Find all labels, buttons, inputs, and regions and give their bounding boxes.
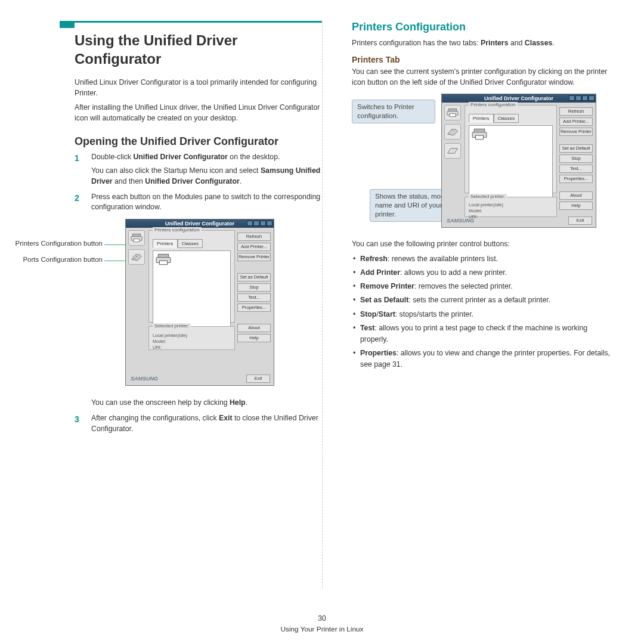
- printers-tab-desc: You can see the current system's printer…: [352, 67, 617, 88]
- text: Shows the status, model name and URI of …: [375, 193, 450, 218]
- page-caption: Using Your Printer in Linux: [0, 625, 644, 633]
- text: Printers configuration has the two tabs:: [352, 39, 481, 47]
- exit-button[interactable]: Exit: [246, 374, 270, 383]
- printers-module-button[interactable]: [444, 105, 461, 120]
- modules-sidebar: [128, 230, 146, 265]
- scanner-icon: [447, 146, 459, 156]
- text: : renews the available printers list.: [388, 255, 498, 263]
- stop-button[interactable]: Stop: [237, 283, 271, 292]
- refresh-button[interactable]: Refresh: [237, 233, 271, 241]
- bold-text: Set as Default: [360, 296, 408, 304]
- control-buttons: Refresh Add Printer... Remove Printer Se…: [237, 233, 271, 342]
- bold-text: Printers: [481, 39, 508, 47]
- help-button[interactable]: Help: [559, 202, 593, 210]
- page-footer: 30 Using Your Printer in Linux: [0, 614, 644, 633]
- svg-rect-13: [476, 136, 484, 140]
- about-button[interactable]: About: [559, 191, 593, 200]
- properties-button[interactable]: Properties...: [559, 175, 593, 183]
- window-title: Unified Driver Configurator: [484, 95, 553, 101]
- window-footer: SAMSUNG Exit: [131, 374, 270, 383]
- tab-classes[interactable]: Classes: [494, 114, 519, 123]
- bold-text: Test: [360, 324, 374, 332]
- ports-module-button[interactable]: [128, 249, 145, 265]
- properties-button[interactable]: Properties...: [237, 304, 271, 312]
- bold-text: Exit: [219, 414, 233, 422]
- add-printer-button[interactable]: Add Printer...: [559, 117, 593, 126]
- bold-text: Properties: [360, 349, 397, 357]
- section-title: Using the Unified Driver Configurator: [75, 31, 322, 68]
- stop-button[interactable]: Stop: [559, 154, 593, 163]
- callout-printers-config: Printers Configuration button: [1, 240, 103, 247]
- tabs: Printers Classes: [153, 239, 231, 248]
- window-controls[interactable]: [569, 95, 595, 101]
- list-item: Refresh: renews the available printers l…: [352, 253, 617, 265]
- set-default-button[interactable]: Set as Default: [237, 273, 271, 281]
- selected-printer-group: Selected printer: Local printer(idle) Mo…: [148, 326, 235, 350]
- text: .: [246, 398, 247, 407]
- bold-text: Unified Driver Configurator: [133, 153, 228, 161]
- samsung-logo: SAMSUNG: [447, 218, 474, 224]
- selected-uri: URI:: [153, 345, 231, 351]
- step-2-note: You can use the onscreen help by clickin…: [75, 398, 322, 408]
- remove-printer-button[interactable]: Remove Printer: [559, 128, 593, 136]
- subsection-title: Opening the Unified Driver Configurator: [75, 135, 322, 148]
- page-number: 30: [0, 614, 644, 623]
- printers-list[interactable]: [153, 250, 231, 328]
- list-item: Properties: allows you to view and chang…: [352, 348, 617, 370]
- group-label: Selected printer:: [469, 194, 507, 199]
- about-button[interactable]: About: [237, 324, 271, 332]
- tab-printers[interactable]: Printers: [153, 239, 178, 248]
- selected-status: Local printer(idle): [469, 202, 553, 208]
- svg-point-4: [136, 256, 137, 258]
- bold-text: Unified Driver Configurator: [145, 177, 240, 185]
- text: : sets the current printer as a default …: [408, 296, 550, 304]
- tab-printers[interactable]: Printers: [469, 114, 494, 123]
- bold-text: Start: [379, 310, 395, 318]
- intro-text: Printers configuration has the two tabs:…: [352, 38, 617, 49]
- printers-config-group: Printers configuration Printers Classes: [148, 230, 235, 323]
- configurator-window: Unified Driver Configurator: [441, 94, 596, 228]
- group-label: Printers configuration: [153, 227, 202, 233]
- main-pane: Printers configuration Printers Classes …: [465, 105, 557, 209]
- configurator-window: Unified Driver Configurator Printers con…: [125, 219, 274, 386]
- text: : allows you to add a new printer.: [400, 268, 507, 277]
- bold-text: Refresh: [360, 255, 388, 263]
- ports-module-button[interactable]: [444, 124, 461, 140]
- tab-classes[interactable]: Classes: [178, 239, 203, 248]
- step-3: 3 After changing the configurations, cli…: [75, 413, 322, 435]
- bold-text: Add Printer: [360, 268, 400, 277]
- group-label: Selected printer:: [153, 323, 191, 329]
- refresh-button[interactable]: Refresh: [559, 107, 593, 116]
- text: .: [552, 39, 554, 47]
- scanners-module-button[interactable]: [444, 143, 461, 159]
- test-button[interactable]: Test...: [237, 293, 271, 302]
- intro-p1: Unified Linux Driver Configurator is a t…: [75, 78, 322, 99]
- step-2: 2 Press each button on the Modules pane …: [75, 192, 322, 213]
- test-button[interactable]: Test...: [559, 165, 593, 173]
- help-button[interactable]: Help: [237, 334, 271, 342]
- set-default-button[interactable]: Set as Default: [559, 144, 593, 153]
- text: on the desktop.: [228, 153, 280, 161]
- printers-module-button[interactable]: [128, 230, 145, 246]
- selected-status: Local printer(idle): [153, 333, 231, 339]
- text: and: [508, 39, 524, 47]
- step-number: 2: [75, 192, 79, 204]
- figure-1: Printers Configuration button Ports Conf…: [15, 219, 322, 392]
- window-title: Unified Driver Configurator: [165, 221, 234, 227]
- text: After changing the configurations, click: [91, 414, 219, 422]
- bold-text: Help: [230, 398, 246, 407]
- steps-list: 1 Double-click Unified Driver Configurat…: [75, 152, 322, 213]
- printer-icon: [156, 253, 171, 265]
- heading-rule: [60, 21, 322, 31]
- remove-printer-button[interactable]: Remove Printer: [237, 253, 271, 261]
- text: Press each button on the Modules pane to…: [91, 192, 322, 213]
- printer-icon: [447, 108, 459, 117]
- text: : allows you to view and change the prin…: [360, 349, 610, 369]
- subsection-title: Printers Tab: [352, 55, 617, 64]
- exit-button[interactable]: Exit: [568, 216, 592, 225]
- add-printer-button[interactable]: Add Printer...: [237, 243, 271, 251]
- printers-list[interactable]: [469, 125, 553, 198]
- window-controls[interactable]: [247, 221, 273, 226]
- printer-icon: [131, 233, 143, 243]
- text: .: [240, 177, 242, 185]
